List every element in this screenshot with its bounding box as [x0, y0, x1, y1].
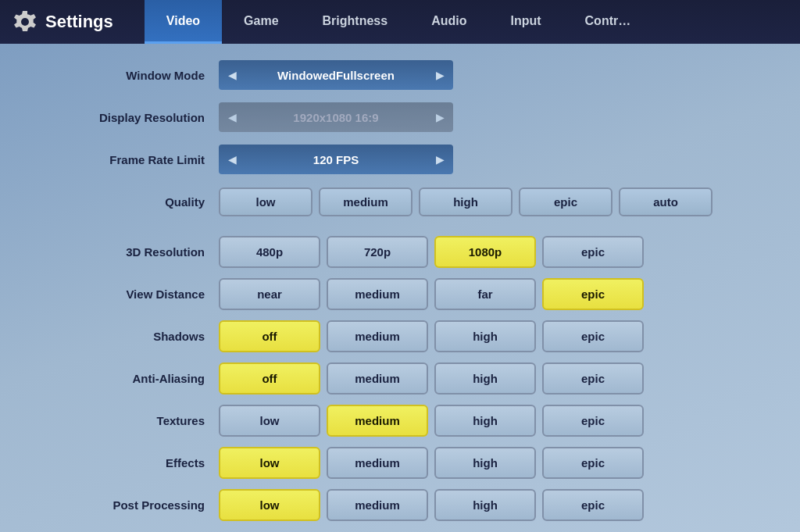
graphics-label-6: Post Processing: [62, 498, 219, 512]
quality-btn-high[interactable]: high: [419, 187, 512, 216]
graphics-row-0: 3D Resolution480p720p1080pepic: [62, 234, 753, 269]
nav-tab-input[interactable]: Input: [488, 0, 562, 44]
display-res-right-arrow[interactable]: ▶: [427, 102, 453, 132]
app-title: Settings: [45, 12, 113, 32]
opt-btn-4-1[interactable]: medium: [327, 405, 428, 437]
display-resolution-label: Display Resolution: [62, 111, 219, 124]
graphics-label-5: Effects: [62, 456, 219, 470]
frame-rate-right-arrow[interactable]: ▶: [427, 145, 453, 174]
nav-tab-video[interactable]: Video: [145, 0, 222, 44]
options-row-0: 480p720p1080pepic: [219, 236, 644, 268]
opt-btn-4-0[interactable]: low: [219, 405, 320, 437]
opt-btn-1-0[interactable]: near: [219, 278, 320, 310]
quality-label: Quality: [62, 195, 219, 209]
gear-icon: [12, 9, 38, 34]
quality-btn-epic[interactable]: epic: [519, 187, 612, 216]
opt-btn-5-1[interactable]: medium: [327, 447, 428, 479]
options-row-4: lowmediumhighepic: [219, 405, 644, 437]
opt-btn-2-2[interactable]: high: [434, 320, 536, 352]
frame-rate-value: 120 FPS: [245, 153, 427, 166]
opt-btn-2-0[interactable]: off: [219, 320, 320, 352]
graphics-row-5: Effectslowmediumhighepic: [62, 445, 753, 480]
opt-btn-4-2[interactable]: high: [434, 405, 536, 437]
graphics-row-2: Shadowsoffmediumhighepic: [62, 319, 753, 353]
display-resolution-row: Display Resolution ◀ 1920x1080 16:9 ▶: [62, 100, 753, 134]
opt-btn-5-3[interactable]: epic: [542, 447, 644, 479]
frame-rate-control: ◀ 120 FPS ▶: [219, 145, 453, 174]
display-resolution-value: 1920x1080 16:9: [245, 111, 427, 124]
options-row-5: lowmediumhighepic: [219, 447, 644, 479]
options-row-2: offmediumhighepic: [219, 320, 644, 352]
opt-btn-3-2[interactable]: high: [434, 362, 536, 395]
content-area: Window Mode ◀ WindowedFullscreen ▶ Displ…: [0, 44, 800, 532]
opt-btn-3-1[interactable]: medium: [327, 362, 428, 395]
opt-btn-6-1[interactable]: medium: [327, 489, 428, 521]
quality-row: Quality lowmediumhighepicauto: [62, 184, 753, 219]
opt-btn-0-1[interactable]: 720p: [327, 236, 428, 268]
window-mode-control: ◀ WindowedFullscreen ▶: [219, 60, 453, 90]
frame-rate-label: Frame Rate Limit: [62, 153, 219, 166]
opt-btn-1-1[interactable]: medium: [327, 278, 428, 310]
window-mode-row: Window Mode ◀ WindowedFullscreen ▶: [62, 58, 753, 92]
opt-btn-2-3[interactable]: epic: [542, 320, 644, 352]
window-mode-value: WindowedFullscreen: [245, 69, 427, 82]
frame-rate-row: Frame Rate Limit ◀ 120 FPS ▶: [62, 142, 753, 177]
opt-btn-0-2[interactable]: 1080p: [434, 236, 536, 268]
opt-btn-6-2[interactable]: high: [434, 489, 536, 521]
opt-btn-4-3[interactable]: epic: [542, 405, 644, 437]
quality-btn-auto[interactable]: auto: [619, 187, 712, 216]
display-resolution-control: ◀ 1920x1080 16:9 ▶: [219, 102, 453, 132]
opt-btn-5-0[interactable]: low: [219, 447, 320, 479]
header: Settings VideoGameBrightnessAudioInputCo…: [0, 0, 800, 44]
opt-btn-1-3[interactable]: epic: [542, 278, 644, 310]
options-row-1: nearmediumfarepic: [219, 278, 644, 310]
graphics-label-4: Textures: [62, 414, 219, 427]
nav-tab-game[interactable]: Game: [222, 0, 300, 44]
opt-btn-2-1[interactable]: medium: [327, 320, 428, 352]
options-row-3: offmediumhighepic: [219, 362, 644, 395]
nav-tabs: VideoGameBrightnessAudioInputContr…: [145, 0, 652, 44]
graphics-row-6: Post Processinglowmediumhighepic: [62, 487, 753, 522]
graphics-label-0: 3D Resolution: [62, 245, 219, 259]
logo: Settings: [12, 9, 113, 34]
graphics-row-1: View Distancenearmediumfarepic: [62, 277, 753, 311]
window-mode-right-arrow[interactable]: ▶: [427, 60, 453, 90]
opt-btn-0-3[interactable]: epic: [542, 236, 644, 268]
quality-btn-medium[interactable]: medium: [319, 187, 412, 216]
display-res-left-arrow[interactable]: ◀: [219, 102, 245, 132]
opt-btn-6-0[interactable]: low: [219, 489, 320, 521]
opt-btn-0-0[interactable]: 480p: [219, 236, 320, 268]
nav-tab-audio[interactable]: Audio: [409, 0, 488, 44]
opt-btn-6-3[interactable]: epic: [542, 489, 644, 521]
frame-rate-left-arrow[interactable]: ◀: [219, 145, 245, 174]
opt-btn-3-3[interactable]: epic: [542, 362, 644, 395]
graphics-label-2: Shadows: [62, 330, 219, 343]
graphics-label-3: Anti-Aliasing: [62, 372, 219, 385]
options-row-6: lowmediumhighepic: [219, 489, 644, 521]
graphics-row-3: Anti-Aliasingoffmediumhighepic: [62, 361, 753, 395]
window-mode-label: Window Mode: [62, 69, 219, 82]
opt-btn-1-2[interactable]: far: [434, 278, 536, 310]
quality-buttons: lowmediumhighepicauto: [219, 187, 712, 216]
opt-btn-5-2[interactable]: high: [434, 447, 536, 479]
graphics-label-1: View Distance: [62, 287, 219, 301]
quality-btn-low[interactable]: low: [219, 187, 312, 216]
graphics-rows: 3D Resolution480p720p1080pepicView Dista…: [62, 234, 753, 522]
nav-tab-contr[interactable]: Contr…: [563, 0, 653, 44]
window-mode-left-arrow[interactable]: ◀: [219, 60, 245, 90]
graphics-row-4: Textureslowmediumhighepic: [62, 403, 753, 437]
nav-tab-brightness[interactable]: Brightness: [301, 0, 410, 44]
opt-btn-3-0[interactable]: off: [219, 362, 320, 395]
